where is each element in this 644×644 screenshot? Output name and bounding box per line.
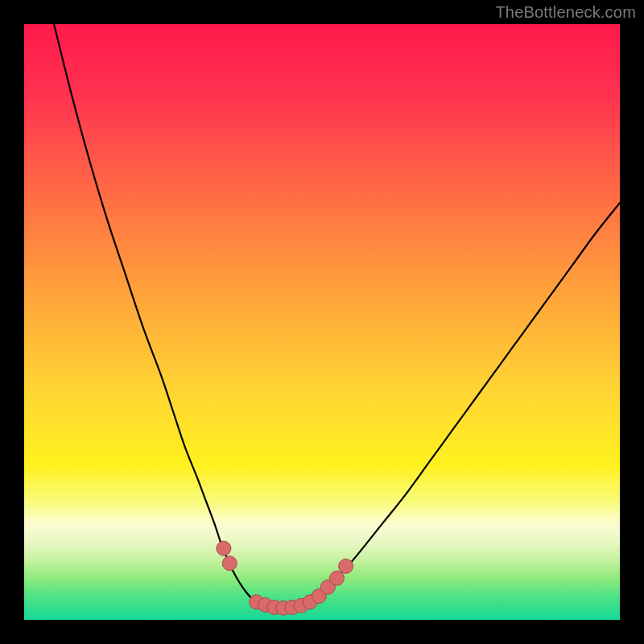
watermark-text: TheBottleneck.com	[495, 3, 636, 22]
chart-frame: TheBottleneck.com	[0, 0, 644, 644]
data-marker	[330, 571, 345, 585]
curve-right-curve	[310, 203, 620, 602]
data-marker	[217, 541, 231, 555]
data-marker	[339, 559, 353, 573]
data-marker	[222, 556, 237, 571]
curve-layer	[24, 24, 620, 620]
plot-area	[24, 24, 620, 620]
curve-left-curve	[54, 24, 262, 605]
